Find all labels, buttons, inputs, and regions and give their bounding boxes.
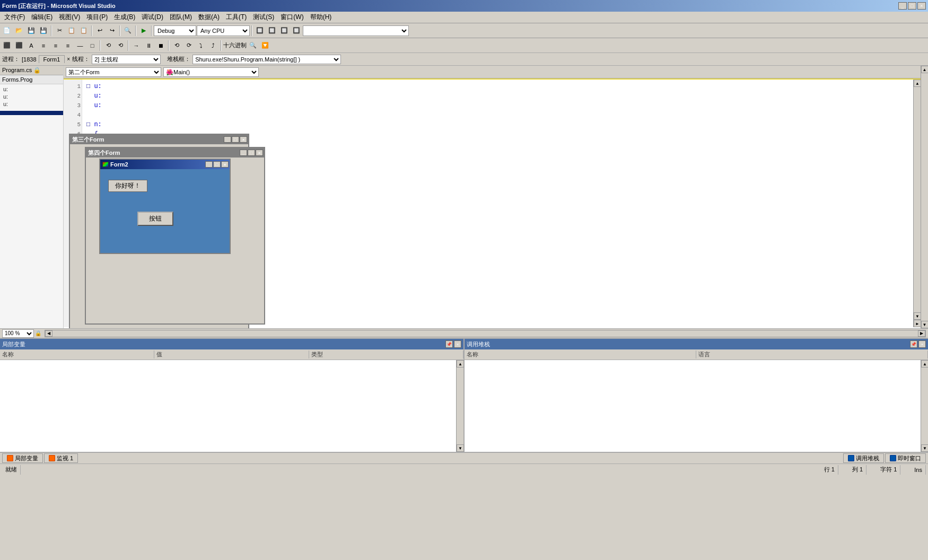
tb2-btn15[interactable]: ⤴ <box>207 40 219 51</box>
menu-edit[interactable]: 编辑(E) <box>28 12 56 23</box>
scroll-up-arrow[interactable]: ▲ <box>914 80 921 87</box>
redo-button[interactable]: ↪ <box>106 25 118 37</box>
tb2-btn8[interactable]: □ <box>86 40 98 51</box>
callstack-close-button[interactable]: × <box>918 340 926 348</box>
tb2-btn3[interactable]: A <box>25 40 37 51</box>
toolbar-btn-4[interactable]: 🔲 <box>291 25 302 37</box>
form2-button[interactable]: 按钮 <box>137 212 173 226</box>
form4-close[interactable]: × <box>256 150 263 156</box>
copy-button[interactable]: 📋 <box>66 25 77 37</box>
locals-panel-controls: 📌 × <box>445 340 461 348</box>
class-selector[interactable]: 第二个Form <box>66 67 161 77</box>
toolbar-btn-2[interactable]: 🔲 <box>266 25 278 37</box>
locals-scroll-down[interactable]: ▼ <box>457 444 464 452</box>
menu-test[interactable]: 测试(S) <box>250 12 277 23</box>
stack-label: 堆栈框： <box>167 55 190 63</box>
tb2-btn4[interactable]: ≡ <box>38 40 49 51</box>
tb2-btn14[interactable]: ⤵ <box>195 40 207 51</box>
tb2-btn10[interactable]: ⟲ <box>115 40 126 51</box>
maximize-button[interactable]: □ <box>908 2 916 10</box>
tb2-btn1[interactable]: ⬛ <box>1 40 13 51</box>
zoom-lock-button[interactable]: 🔒 <box>34 329 42 338</box>
bottom-tabs: 局部变量 监视 1 调用堆栈 即时窗口 <box>0 452 928 463</box>
menu-build[interactable]: 生成(B) <box>111 12 138 23</box>
callstack-scroll-down[interactable]: ▼ <box>921 444 928 452</box>
save-all-button[interactable]: 💾 <box>38 25 49 37</box>
menu-window[interactable]: 窗口(W) <box>277 12 307 23</box>
scroll-right-arrow[interactable]: ▶ <box>914 320 921 327</box>
zoom-select[interactable]: 100 % <box>2 329 34 338</box>
paste-button[interactable]: 📋 <box>78 25 90 37</box>
form3-maximize[interactable]: □ <box>232 136 239 143</box>
locals-body: ▲ ▼ <box>0 360 463 452</box>
callstack-col-name: 名称 <box>465 351 696 358</box>
scroll-down-arrow[interactable]: ▼ <box>914 312 921 320</box>
tb2-btn12[interactable]: ⟲ <box>171 40 182 51</box>
menu-data[interactable]: 数据(A) <box>195 12 223 23</box>
menu-file[interactable]: 文件(F) <box>1 12 28 23</box>
right-scroll-down[interactable]: ▼ <box>921 321 929 328</box>
menu-view[interactable]: 视图(V) <box>56 12 83 23</box>
tb2-btn9[interactable]: ⟲ <box>102 40 114 51</box>
new-button[interactable]: 📄 <box>1 25 13 37</box>
form4-minimize[interactable]: _ <box>240 150 247 156</box>
tb2-dropdown[interactable]: 🔽 <box>259 40 271 51</box>
watch1-tab[interactable]: 监视 1 <box>44 453 78 463</box>
form2-minimize[interactable]: _ <box>205 161 213 168</box>
form3-close[interactable]: × <box>240 136 247 143</box>
menu-project[interactable]: 项目(P) <box>83 12 111 23</box>
right-scrollbar[interactable]: ▲ ▼ <box>921 66 928 328</box>
code-scrollbar-v[interactable]: ▲ ▼ ▶ <box>913 80 921 327</box>
callstack-scrollbar[interactable]: ▲ ▼ <box>921 360 928 452</box>
close-button[interactable]: × <box>917 2 926 10</box>
tb2-btn11[interactable]: → <box>130 40 142 51</box>
stack-select[interactable]: Shuru.exe!Shuru.Program.Main(string[] ) <box>192 55 341 64</box>
close-tab-btn[interactable]: × <box>67 56 70 62</box>
undo-button[interactable]: ↩ <box>94 25 106 37</box>
tb2-pause-button[interactable]: ⏸ <box>143 40 154 51</box>
thread-select[interactable]: 2] 主线程 <box>92 55 161 64</box>
right-scroll-up[interactable]: ▲ <box>921 66 929 73</box>
form1-tab[interactable]: Form1 <box>39 55 65 63</box>
menu-debug[interactable]: 调试(D) <box>138 12 167 23</box>
callstack-scroll-up[interactable]: ▲ <box>921 360 928 368</box>
form3-minimize[interactable]: _ <box>224 136 231 143</box>
tb2-btn13[interactable]: ⟳ <box>183 40 195 51</box>
callstack-pin-button[interactable]: 📌 <box>910 340 917 348</box>
find-button[interactable]: 🔍 <box>122 25 134 37</box>
tb2-btn6[interactable]: ≡ <box>62 40 74 51</box>
method-selector[interactable]: 🌺Main() <box>163 67 259 77</box>
locals-scrollbar[interactable]: ▲ ▼ <box>456 360 463 452</box>
menu-team[interactable]: 团队(M) <box>167 12 195 23</box>
menu-tools[interactable]: 工具(T) <box>223 12 250 23</box>
form2-close[interactable]: × <box>221 161 229 168</box>
toolbar-btn-1[interactable]: 🔲 <box>254 25 266 37</box>
immediate-tab[interactable]: 即时窗口 <box>885 453 926 463</box>
toolbar-btn-3[interactable]: 🔲 <box>278 25 290 37</box>
locals-pin-button[interactable]: 📌 <box>445 340 453 348</box>
form2-maximize[interactable]: □ <box>213 161 221 168</box>
cpu-select[interactable]: Any CPU <box>197 25 250 36</box>
locals-tab[interactable]: 局部变量 <box>2 453 43 463</box>
debug-config-select[interactable]: Debug <box>154 25 196 36</box>
form4-maximize[interactable]: □ <box>248 150 255 156</box>
h-scroll-left[interactable]: ◀ <box>45 330 52 337</box>
start-button[interactable]: ▶ <box>138 25 150 37</box>
locals-scroll-up[interactable]: ▲ <box>457 360 464 368</box>
tb2-stop-button[interactable]: ⏹ <box>155 40 167 51</box>
open-button[interactable]: 📂 <box>13 25 25 37</box>
h-scroll-right[interactable]: ▶ <box>918 330 925 337</box>
callstack-tab[interactable]: 调用堆栈 <box>843 453 884 463</box>
minimize-button[interactable]: _ <box>898 2 907 10</box>
save-button[interactable]: 💾 <box>25 25 37 37</box>
locals-close-button[interactable]: × <box>454 340 461 348</box>
menu-help[interactable]: 帮助(H) <box>307 12 335 23</box>
horizontal-scrollbar[interactable]: ◀ ▶ <box>45 330 926 337</box>
tb2-btn5[interactable]: ≡ <box>50 40 62 51</box>
tb2-btn7[interactable]: — <box>74 40 86 51</box>
toolbar-search-select[interactable] <box>303 25 409 36</box>
tb2-btn2[interactable]: ⬛ <box>13 40 25 51</box>
cut-button[interactable]: ✂ <box>54 25 65 37</box>
tb2-btn16[interactable]: 🔍 <box>247 40 259 51</box>
sidebar-tab[interactable]: Program.cs 🔒 <box>0 66 63 75</box>
